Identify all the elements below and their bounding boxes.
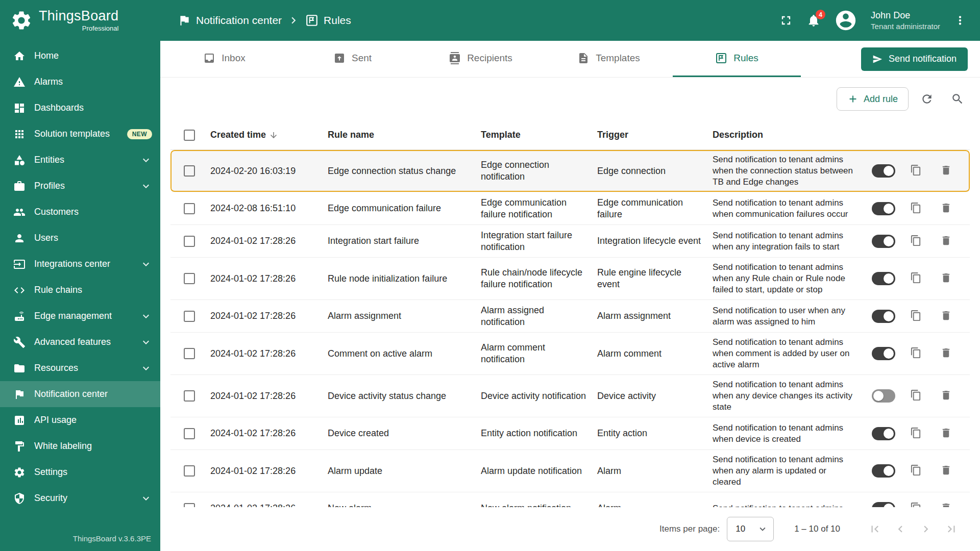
tab-inbox[interactable]: Inbox [160,41,288,77]
sidebar-item-dashboards[interactable]: Dashboards [0,95,160,121]
cell-rule-name: Alarm assignment [328,310,481,322]
tab-rules[interactable]: Rules [673,41,801,77]
next-page-button[interactable] [915,518,937,540]
delete-rule-button[interactable] [937,199,955,218]
tab-label: Inbox [222,53,245,64]
add-rule-button[interactable]: Add rule [837,87,909,111]
rule-enabled-toggle[interactable] [872,310,895,323]
tab-recipients[interactable]: Recipients [416,41,545,77]
row-checkbox[interactable] [184,428,195,439]
rule-enabled-toggle[interactable] [872,464,895,478]
last-page-button[interactable] [940,518,963,540]
sidebar-item-settings[interactable]: Settings [0,459,160,485]
tab-sent[interactable]: Sent [288,41,416,77]
copy-rule-button[interactable] [907,307,925,326]
row-checkbox[interactable] [184,348,195,359]
row-checkbox[interactable] [184,165,195,177]
row-checkbox[interactable] [184,311,195,322]
sidebar-item-security[interactable]: Security [0,485,160,511]
delete-rule-button[interactable] [937,269,955,288]
sidebar-item-profiles[interactable]: Profiles [0,173,160,199]
cell-description: Send notification to tenant admins when … [713,197,866,220]
delete-rule-button[interactable] [937,461,955,481]
row-checkbox[interactable] [184,465,195,477]
sidebar-item-label: Security [34,493,131,504]
sidebar-item-resources[interactable]: Resources [0,355,160,381]
notifications-button[interactable]: 4 [806,13,821,28]
chevron-down-icon [140,310,152,322]
sidebar-item-users[interactable]: Users [0,225,160,251]
paginator-range: 1 – 10 of 10 [794,524,840,534]
copy-icon [910,202,922,214]
row-checkbox[interactable] [184,390,195,402]
sidebar-item-rule-chains[interactable]: Rule chains [0,277,160,303]
send-notification-button[interactable]: Send notification [861,47,968,71]
copy-rule-button[interactable] [907,199,925,218]
copy-rule-button[interactable] [907,424,925,443]
kebab-menu-button[interactable] [953,14,967,27]
sidebar-item-home[interactable]: Home [0,43,160,69]
previous-page-button[interactable] [889,518,912,540]
sidebar-item-edge-management[interactable]: Edge management [0,303,160,329]
rule-enabled-toggle[interactable] [872,235,895,248]
copy-rule-button[interactable] [907,232,925,251]
sidebar-item-notification-center[interactable]: Notification center [0,381,160,407]
rule-enabled-toggle[interactable] [872,202,895,215]
delete-rule-button[interactable] [937,344,955,363]
chevron-down-icon [140,258,152,270]
tab-templates[interactable]: Templates [545,41,673,77]
sidebar-item-advanced-features[interactable]: Advanced features [0,329,160,355]
cell-created-time: 2024-01-02 17:28:26 [210,428,328,439]
delete-rule-button[interactable] [937,161,955,181]
sidebar-item-label: Users [34,233,152,243]
delete-rule-button[interactable] [937,307,955,326]
chevron-down-icon [140,492,152,505]
breadcrumb-item-notification-center[interactable]: Notification center [178,14,282,27]
rule-enabled-toggle[interactable] [872,164,895,178]
delete-rule-button[interactable] [937,424,955,443]
notifications-count-badge: 4 [816,10,825,19]
chevron-down-icon [140,180,152,192]
delete-rule-button[interactable] [937,232,955,251]
copy-rule-button[interactable] [907,386,925,406]
first-page-button[interactable] [864,518,886,540]
thingsboard-logo[interactable]: ThingsBoard Professional [0,0,160,41]
cell-trigger: Rule engine lifecycle event [597,267,713,290]
copy-rule-button[interactable] [907,161,925,181]
column-template[interactable]: Template [481,130,597,140]
sidebar-item-customers[interactable]: Customers [0,199,160,225]
delete-icon [940,347,952,359]
column-description[interactable]: Description [713,130,866,140]
rule-enabled-toggle[interactable] [872,272,895,285]
fullscreen-button[interactable] [779,13,793,28]
copy-rule-button[interactable] [907,344,925,363]
breadcrumb-item-rules[interactable]: Rules [305,14,351,27]
sidebar-item-api-usage[interactable]: API usage [0,407,160,433]
sidebar-item-white-labeling[interactable]: White labeling [0,433,160,459]
avatar[interactable] [834,9,857,32]
cell-trigger: Entity action [597,428,713,439]
settings-icon [13,466,26,479]
sidebar-item-solution-templates[interactable]: Solution templates NEW [0,121,160,147]
sidebar-item-alarms[interactable]: Alarms [0,69,160,95]
rule-enabled-toggle[interactable] [872,427,895,440]
sidebar-item-integrations-center[interactable]: Integrations center [0,251,160,277]
column-created-time[interactable]: Created time [210,130,328,140]
copy-rule-button[interactable] [907,461,925,481]
column-rule-name[interactable]: Rule name [328,130,481,140]
row-checkbox[interactable] [184,203,195,214]
column-trigger[interactable]: Trigger [597,130,713,140]
refresh-button[interactable] [915,87,939,111]
integrations-center-icon [13,258,26,270]
row-checkbox[interactable] [184,236,195,247]
search-button[interactable] [945,87,970,111]
items-per-page-select[interactable]: 10 [727,517,774,541]
sidebar-item-entities[interactable]: Entities [0,147,160,173]
rule-enabled-toggle[interactable] [872,347,895,360]
delete-rule-button[interactable] [937,386,955,406]
row-checkbox[interactable] [184,273,195,284]
copy-rule-button[interactable] [907,269,925,288]
cell-rule-name: Alarm update [328,465,481,477]
select-all-checkbox[interactable] [184,130,195,141]
rule-enabled-toggle[interactable] [872,389,895,403]
